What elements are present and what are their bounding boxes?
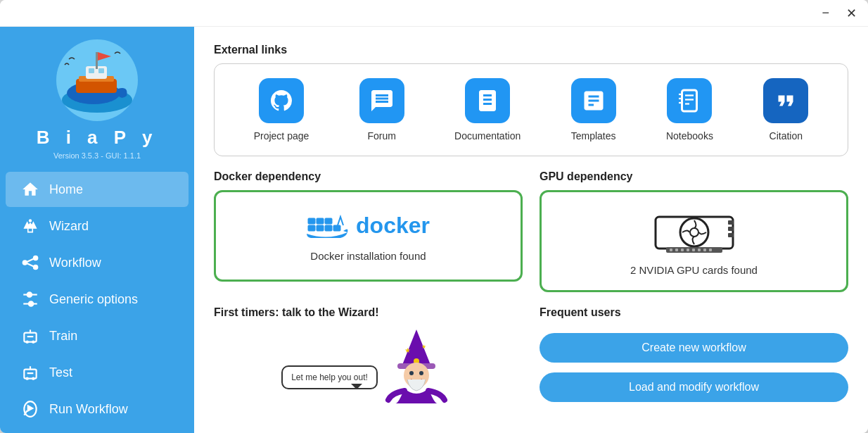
svg-rect-46	[333, 225, 340, 231]
svg-rect-60	[728, 227, 734, 231]
svg-rect-42	[325, 218, 332, 224]
svg-rect-55	[692, 249, 695, 251]
external-links-title: External links	[214, 44, 848, 56]
first-timers-title: First timers: talk to the Wizard!	[214, 306, 523, 319]
sidebar-item-generic-options-label: Generic options	[49, 292, 138, 307]
run-workflow-icon	[20, 399, 41, 420]
citation-label: Citation	[770, 130, 803, 142]
docker-logo: docker	[307, 210, 430, 241]
external-links-box: Project page Forum Documenta	[214, 63, 848, 156]
project-page-icon	[259, 78, 304, 123]
svg-rect-43	[308, 225, 315, 231]
svg-line-15	[27, 263, 34, 266]
external-links-section: External links Project page Fo	[214, 44, 848, 156]
sidebar-item-workflow[interactable]: Workflow	[6, 245, 189, 280]
svg-point-30	[32, 377, 34, 380]
gpu-section: GPU dependency	[540, 170, 848, 292]
svg-rect-6	[89, 68, 94, 73]
svg-point-48	[680, 218, 708, 246]
sidebar-item-wizard[interactable]: Wizard	[6, 208, 189, 244]
wizard-icon	[20, 215, 41, 237]
sidebar-item-home[interactable]: Home	[6, 172, 189, 207]
main-layout: B i a P y Version 3.5.3 - GUI: 1.1.1 Hom…	[0, 27, 868, 433]
svg-rect-33	[682, 90, 697, 111]
svg-rect-61	[728, 233, 734, 237]
train-icon	[20, 325, 41, 346]
sidebar-item-train-label: Train	[49, 329, 77, 344]
sidebar-item-run-workflow[interactable]: Run Workflow	[6, 391, 189, 427]
svg-rect-54	[687, 249, 689, 251]
app-window: − ✕	[0, 0, 868, 433]
svg-rect-40	[308, 218, 315, 224]
svg-point-29	[26, 377, 29, 380]
minimize-button[interactable]: −	[819, 6, 832, 20]
ext-link-notebooks[interactable]: Notebooks	[658, 75, 722, 144]
svg-rect-7	[98, 68, 104, 73]
frequent-users-section: Frequent users Create new workflow Load …	[540, 306, 848, 403]
frequent-buttons: Create new workflow Load and modify work…	[540, 333, 848, 402]
wizard-area: Let me help you out!	[214, 326, 523, 403]
svg-rect-59	[728, 220, 734, 225]
create-new-workflow-button[interactable]: Create new workflow	[540, 333, 848, 363]
sidebar-nav: Home Wizard	[0, 171, 194, 427]
gpu-box: 2 NVIDIA GPU cards found	[540, 190, 848, 292]
ext-link-project-page[interactable]: Project page	[245, 75, 318, 144]
logo-area: B i a P y Version 3.5.3 - GUI: 1.1.1	[0, 27, 194, 171]
notebooks-icon	[667, 78, 712, 123]
ext-link-templates[interactable]: Templates	[563, 75, 625, 144]
titlebar: − ✕	[0, 0, 868, 27]
documentation-icon	[465, 78, 510, 123]
sidebar-item-workflow-label: Workflow	[49, 256, 101, 270]
gpu-status-label: 2 NVIDIA GPU cards found	[630, 264, 758, 276]
close-button[interactable]: ✕	[843, 6, 860, 21]
svg-rect-51	[670, 249, 672, 251]
content-area: External links Project page Fo	[194, 27, 868, 433]
ext-link-citation[interactable]: Citation	[755, 75, 817, 144]
app-logo	[55, 38, 139, 123]
project-page-label: Project page	[254, 130, 309, 142]
gpu-title: GPU dependency	[540, 170, 848, 183]
sidebar-item-train[interactable]: Train	[6, 318, 189, 353]
svg-point-25	[32, 341, 34, 344]
svg-point-12	[34, 256, 37, 260]
bottom-row: First timers: talk to the Wizard! Let me…	[214, 306, 848, 403]
docker-title: Docker dependency	[214, 170, 523, 183]
svg-text:★: ★	[404, 346, 411, 354]
templates-label: Templates	[571, 130, 616, 142]
svg-point-11	[23, 261, 27, 264]
svg-rect-41	[317, 218, 324, 224]
svg-point-67	[419, 371, 423, 375]
sidebar-item-home-label: Home	[49, 182, 83, 197]
first-timers-section: First timers: talk to the Wizard! Let me…	[214, 306, 523, 403]
svg-rect-8	[96, 52, 98, 69]
docker-status-label: Docker installation found	[310, 250, 426, 262]
sidebar-item-test-label: Test	[49, 365, 72, 380]
workflow-icon	[20, 252, 41, 273]
load-modify-workflow-button[interactable]: Load and modify workflow	[540, 372, 848, 402]
sidebar-item-test[interactable]: Test	[6, 355, 189, 390]
svg-point-17	[27, 292, 32, 297]
frequent-users-title: Frequent users	[540, 306, 848, 319]
forum-label: Forum	[367, 130, 395, 142]
svg-point-20	[29, 301, 34, 306]
svg-point-49	[690, 228, 698, 237]
docker-box: docker Docker installation found	[214, 190, 523, 282]
svg-rect-53	[681, 249, 684, 251]
svg-text:★: ★	[421, 344, 426, 350]
wizard-character: ★ ★	[378, 326, 455, 403]
wizard-speech-bubble: Let me help you out!	[281, 365, 378, 389]
sidebar: B i a P y Version 3.5.3 - GUI: 1.1.1 Hom…	[0, 27, 194, 433]
documentation-label: Documentation	[454, 130, 521, 142]
ext-link-forum[interactable]: Forum	[351, 75, 413, 144]
svg-rect-28	[24, 370, 36, 379]
svg-rect-44	[317, 225, 324, 231]
sidebar-item-run-workflow-label: Run Workflow	[49, 402, 128, 417]
svg-rect-52	[675, 249, 678, 251]
citation-icon	[763, 78, 808, 123]
svg-rect-58	[709, 249, 712, 251]
svg-point-10	[29, 219, 32, 222]
sidebar-item-generic-options[interactable]: Generic options	[6, 282, 189, 317]
docker-section: Docker dependency	[214, 170, 523, 292]
ext-link-documentation[interactable]: Documentation	[446, 75, 529, 144]
svg-point-24	[26, 341, 29, 344]
